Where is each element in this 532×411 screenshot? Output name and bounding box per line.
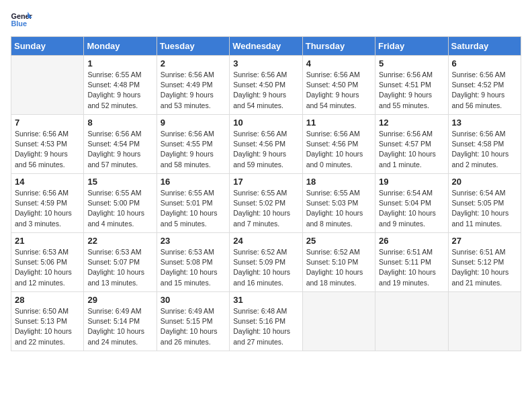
day-number: 30 xyxy=(161,295,226,305)
day-number: 6 xyxy=(452,58,517,68)
calendar-cell: 2Sunrise: 6:56 AM Sunset: 4:49 PM Daylig… xyxy=(157,56,229,115)
header-monday: Monday xyxy=(84,37,157,56)
day-number: 23 xyxy=(161,236,226,246)
week-row-1: 1Sunrise: 6:55 AM Sunset: 4:48 PM Daylig… xyxy=(11,56,521,115)
day-detail: Sunrise: 6:50 AM Sunset: 5:13 PM Dayligh… xyxy=(15,306,80,347)
day-detail: Sunrise: 6:56 AM Sunset: 4:49 PM Dayligh… xyxy=(161,70,226,111)
day-number: 1 xyxy=(87,58,152,68)
day-number: 3 xyxy=(233,58,298,68)
day-detail: Sunrise: 6:56 AM Sunset: 4:54 PM Dayligh… xyxy=(87,129,152,170)
calendar-cell: 17Sunrise: 6:55 AM Sunset: 5:02 PM Dayli… xyxy=(230,174,302,233)
day-number: 16 xyxy=(161,177,226,187)
calendar-cell: 14Sunrise: 6:56 AM Sunset: 4:59 PM Dayli… xyxy=(11,174,84,233)
day-number: 19 xyxy=(379,177,444,187)
day-number: 28 xyxy=(15,295,80,305)
calendar-cell xyxy=(375,292,448,351)
week-row-3: 14Sunrise: 6:56 AM Sunset: 4:59 PM Dayli… xyxy=(11,174,521,233)
calendar-cell: 31Sunrise: 6:48 AM Sunset: 5:16 PM Dayli… xyxy=(230,292,302,351)
calendar-cell: 13Sunrise: 6:56 AM Sunset: 4:58 PM Dayli… xyxy=(448,115,521,174)
day-detail: Sunrise: 6:55 AM Sunset: 5:02 PM Dayligh… xyxy=(233,188,298,229)
calendar-cell xyxy=(302,292,375,351)
day-detail: Sunrise: 6:56 AM Sunset: 4:55 PM Dayligh… xyxy=(161,129,226,170)
calendar-cell xyxy=(11,56,84,115)
calendar-cell: 18Sunrise: 6:55 AM Sunset: 5:03 PM Dayli… xyxy=(302,174,375,233)
day-number: 17 xyxy=(233,177,298,187)
calendar-cell: 6Sunrise: 6:56 AM Sunset: 4:52 PM Daylig… xyxy=(448,56,521,115)
day-number: 18 xyxy=(306,177,371,187)
day-detail: Sunrise: 6:54 AM Sunset: 5:05 PM Dayligh… xyxy=(452,188,517,229)
day-number: 26 xyxy=(379,236,444,246)
day-number: 9 xyxy=(161,118,226,128)
day-detail: Sunrise: 6:56 AM Sunset: 4:51 PM Dayligh… xyxy=(379,70,444,111)
day-detail: Sunrise: 6:49 AM Sunset: 5:14 PM Dayligh… xyxy=(87,306,152,347)
week-row-5: 28Sunrise: 6:50 AM Sunset: 5:13 PM Dayli… xyxy=(11,292,521,351)
calendar-cell: 27Sunrise: 6:51 AM Sunset: 5:12 PM Dayli… xyxy=(448,233,521,292)
day-number: 12 xyxy=(379,118,444,128)
svg-text:Blue: Blue xyxy=(11,19,27,28)
calendar-cell: 15Sunrise: 6:55 AM Sunset: 5:00 PM Dayli… xyxy=(84,174,157,233)
day-detail: Sunrise: 6:56 AM Sunset: 4:50 PM Dayligh… xyxy=(306,70,371,111)
calendar-cell: 25Sunrise: 6:52 AM Sunset: 5:10 PM Dayli… xyxy=(302,233,375,292)
calendar-cell: 28Sunrise: 6:50 AM Sunset: 5:13 PM Dayli… xyxy=(11,292,84,351)
day-detail: Sunrise: 6:56 AM Sunset: 4:53 PM Dayligh… xyxy=(15,129,80,170)
header-wednesday: Wednesday xyxy=(230,37,302,56)
week-row-4: 21Sunrise: 6:53 AM Sunset: 5:06 PM Dayli… xyxy=(11,233,521,292)
calendar-cell: 30Sunrise: 6:49 AM Sunset: 5:15 PM Dayli… xyxy=(157,292,229,351)
day-number: 27 xyxy=(452,236,517,246)
calendar-cell xyxy=(448,292,521,351)
day-number: 5 xyxy=(379,58,444,68)
logo-icon: General Blue xyxy=(11,11,32,30)
day-number: 21 xyxy=(15,236,80,246)
day-detail: Sunrise: 6:53 AM Sunset: 5:06 PM Dayligh… xyxy=(15,247,80,288)
calendar-cell: 7Sunrise: 6:56 AM Sunset: 4:53 PM Daylig… xyxy=(11,115,84,174)
calendar-cell: 16Sunrise: 6:55 AM Sunset: 5:01 PM Dayli… xyxy=(157,174,229,233)
day-detail: Sunrise: 6:51 AM Sunset: 5:11 PM Dayligh… xyxy=(379,247,444,288)
day-detail: Sunrise: 6:55 AM Sunset: 4:48 PM Dayligh… xyxy=(87,70,152,111)
day-detail: Sunrise: 6:54 AM Sunset: 5:04 PM Dayligh… xyxy=(379,188,444,229)
day-detail: Sunrise: 6:56 AM Sunset: 4:57 PM Dayligh… xyxy=(379,129,444,170)
calendar-cell: 11Sunrise: 6:56 AM Sunset: 4:56 PM Dayli… xyxy=(302,115,375,174)
day-detail: Sunrise: 6:55 AM Sunset: 5:00 PM Dayligh… xyxy=(87,188,152,229)
calendar-cell: 23Sunrise: 6:53 AM Sunset: 5:08 PM Dayli… xyxy=(157,233,229,292)
header-friday: Friday xyxy=(375,37,448,56)
day-number: 4 xyxy=(306,58,371,68)
week-row-2: 7Sunrise: 6:56 AM Sunset: 4:53 PM Daylig… xyxy=(11,115,521,174)
day-detail: Sunrise: 6:53 AM Sunset: 5:07 PM Dayligh… xyxy=(87,247,152,288)
calendar-cell: 10Sunrise: 6:56 AM Sunset: 4:56 PM Dayli… xyxy=(230,115,302,174)
day-number: 13 xyxy=(452,118,517,128)
day-number: 7 xyxy=(15,118,80,128)
day-number: 11 xyxy=(306,118,371,128)
page-header: General Blue xyxy=(11,11,521,30)
calendar-cell: 20Sunrise: 6:54 AM Sunset: 5:05 PM Dayli… xyxy=(448,174,521,233)
day-number: 2 xyxy=(161,58,226,68)
day-detail: Sunrise: 6:52 AM Sunset: 5:09 PM Dayligh… xyxy=(233,247,298,288)
calendar-cell: 1Sunrise: 6:55 AM Sunset: 4:48 PM Daylig… xyxy=(84,56,157,115)
day-number: 31 xyxy=(233,295,298,305)
calendar-cell: 24Sunrise: 6:52 AM Sunset: 5:09 PM Dayli… xyxy=(230,233,302,292)
header-saturday: Saturday xyxy=(448,37,521,56)
day-number: 24 xyxy=(233,236,298,246)
day-number: 10 xyxy=(233,118,298,128)
calendar-cell: 26Sunrise: 6:51 AM Sunset: 5:11 PM Dayli… xyxy=(375,233,448,292)
day-detail: Sunrise: 6:51 AM Sunset: 5:12 PM Dayligh… xyxy=(452,247,517,288)
calendar-cell: 19Sunrise: 6:54 AM Sunset: 5:04 PM Dayli… xyxy=(375,174,448,233)
day-detail: Sunrise: 6:56 AM Sunset: 4:58 PM Dayligh… xyxy=(452,129,517,170)
logo: General Blue xyxy=(11,11,35,30)
day-detail: Sunrise: 6:56 AM Sunset: 4:56 PM Dayligh… xyxy=(306,129,371,170)
day-number: 22 xyxy=(87,236,152,246)
day-detail: Sunrise: 6:55 AM Sunset: 5:01 PM Dayligh… xyxy=(161,188,226,229)
calendar: SundayMondayTuesdayWednesdayThursdayFrid… xyxy=(11,36,521,351)
day-detail: Sunrise: 6:52 AM Sunset: 5:10 PM Dayligh… xyxy=(306,247,371,288)
header-thursday: Thursday xyxy=(302,37,375,56)
calendar-cell: 5Sunrise: 6:56 AM Sunset: 4:51 PM Daylig… xyxy=(375,56,448,115)
day-detail: Sunrise: 6:49 AM Sunset: 5:15 PM Dayligh… xyxy=(161,306,226,347)
day-number: 29 xyxy=(87,295,152,305)
day-detail: Sunrise: 6:55 AM Sunset: 5:03 PM Dayligh… xyxy=(306,188,371,229)
calendar-cell: 21Sunrise: 6:53 AM Sunset: 5:06 PM Dayli… xyxy=(11,233,84,292)
calendar-cell: 29Sunrise: 6:49 AM Sunset: 5:14 PM Dayli… xyxy=(84,292,157,351)
day-detail: Sunrise: 6:56 AM Sunset: 4:52 PM Dayligh… xyxy=(452,70,517,111)
calendar-cell: 8Sunrise: 6:56 AM Sunset: 4:54 PM Daylig… xyxy=(84,115,157,174)
day-detail: Sunrise: 6:56 AM Sunset: 4:59 PM Dayligh… xyxy=(15,188,80,229)
header-tuesday: Tuesday xyxy=(157,37,229,56)
day-detail: Sunrise: 6:53 AM Sunset: 5:08 PM Dayligh… xyxy=(161,247,226,288)
